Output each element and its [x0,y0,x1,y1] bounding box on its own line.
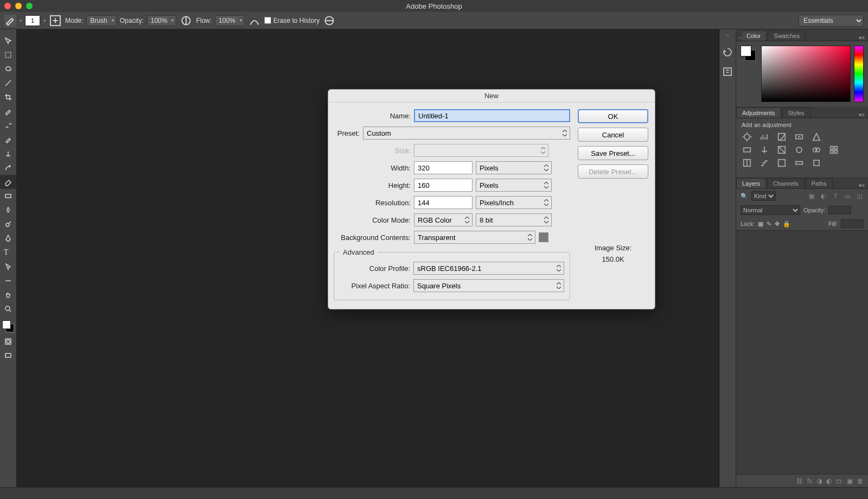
tab-styles[interactable]: Styles [782,108,810,118]
save-preset-button[interactable]: Save Preset... [578,146,648,160]
tab-paths[interactable]: Paths [806,178,833,188]
history-panel-icon[interactable] [722,47,733,58]
background-contents-select[interactable]: Transparent [414,231,535,244]
cancel-button[interactable]: Cancel [578,128,648,142]
ok-button[interactable]: OK [578,109,648,123]
vibrance-icon[interactable] [811,132,822,141]
color-balance-icon[interactable] [759,146,770,154]
type-tool[interactable]: T [0,245,16,260]
invert-icon[interactable] [742,159,752,167]
eraser-tool[interactable] [0,175,16,189]
collapse-strip-icon[interactable]: ‹‹ [726,33,729,38]
erase-to-history-checkbox[interactable]: Erase to History [264,17,320,24]
color-panel-menu-icon[interactable]: ▾≡ [859,35,868,41]
lock-position-icon[interactable]: ✥ [775,220,780,228]
dodge-tool[interactable] [0,217,16,231]
opacity-select[interactable]: 100% [147,15,177,26]
brush-preset-picker-icon[interactable] [49,14,62,27]
lock-transparency-icon[interactable]: ▦ [758,220,763,228]
bw-icon[interactable] [776,146,787,154]
layers-fill-input[interactable] [841,219,864,228]
marquee-tool[interactable] [0,48,16,62]
resolution-unit-select[interactable]: Pixels/Inch [476,196,552,209]
properties-panel-icon[interactable] [722,66,733,77]
layers-list[interactable] [736,230,868,474]
background-color-preview[interactable] [539,232,548,242]
mode-select[interactable]: Brush [86,15,116,26]
layers-filter-kind-select[interactable]: Kind [751,191,776,201]
zoom-tool[interactable] [0,302,16,316]
gradient-tool[interactable] [0,189,16,203]
foreground-color-swatch[interactable] [2,320,11,329]
filter-shape-icon[interactable]: ▭ [843,192,852,200]
hue-sat-icon[interactable] [742,146,752,154]
new-layer-icon[interactable]: ▣ [847,477,853,485]
layer-fx-icon[interactable]: fx [807,477,812,485]
hand-tool[interactable] [0,288,16,302]
tab-swatches[interactable]: Swatches [768,30,806,41]
healing-brush-tool[interactable] [0,118,16,132]
magic-wand-tool[interactable] [0,76,16,90]
lasso-tool[interactable] [0,62,16,76]
move-tool[interactable] [0,34,16,48]
tab-layers[interactable]: Layers [736,178,766,188]
clone-stamp-tool[interactable] [0,147,16,161]
brush-size-stepper-icon[interactable]: ▾ [43,18,46,23]
workspace-select[interactable]: Essentials [799,15,864,27]
lock-pixels-icon[interactable]: ✎ [767,220,771,228]
bit-depth-select[interactable]: 8 bit [476,213,552,226]
pen-tool[interactable] [0,231,16,245]
pixel-aspect-ratio-select[interactable]: Square Pixels [413,279,564,292]
delete-layer-icon[interactable]: 🗑 [857,477,864,485]
airbrush-icon[interactable] [248,14,261,27]
filter-pixel-icon[interactable]: ▦ [807,192,816,200]
color-saturation-field[interactable] [761,46,851,102]
panel-fg-swatch[interactable] [741,46,751,56]
preset-select[interactable]: Custom [363,127,570,140]
workspace-switcher[interactable]: Essentials [799,15,864,27]
layers-panel-menu-icon[interactable]: ▾≡ [859,182,868,188]
channel-mixer-icon[interactable] [811,146,822,154]
tab-channels[interactable]: Channels [767,178,804,188]
color-lookup-icon[interactable] [828,146,839,154]
tool-preset-dropdown-icon[interactable]: ▾ [20,18,22,23]
curves-icon[interactable] [776,132,787,141]
add-mask-icon[interactable]: ◑ [816,477,822,485]
screen-mode-tool[interactable] [0,349,16,363]
resolution-input[interactable] [414,196,473,209]
new-group-icon[interactable]: 🗀 [836,477,843,485]
blend-mode-select[interactable]: Normal [741,205,800,215]
erase-to-history-input[interactable] [264,17,271,24]
filter-type-icon[interactable]: T [831,192,840,200]
height-unit-select[interactable]: Pixels [476,179,552,192]
hue-slider[interactable] [854,46,864,102]
tab-adjustments[interactable]: Adjustments [736,108,781,118]
brush-tool[interactable] [0,132,16,147]
color-swatches[interactable] [0,319,16,334]
width-unit-select[interactable]: Pixels [476,161,552,174]
photo-filter-icon[interactable] [794,146,805,154]
height-input[interactable] [414,179,473,192]
color-mode-select[interactable]: RGB Color [414,213,473,226]
panel-fg-bg-swatches[interactable] [741,46,758,63]
shape-tool[interactable] [0,274,16,288]
posterize-icon[interactable] [759,159,770,167]
filter-adjustment-icon[interactable]: ◐ [819,192,828,200]
crop-tool[interactable] [0,90,16,104]
exposure-icon[interactable] [794,132,805,141]
tab-color[interactable]: Color [741,30,767,41]
link-layers-icon[interactable]: ⛓ [796,477,803,485]
width-input[interactable] [414,161,473,174]
pressure-size-icon[interactable] [323,14,336,27]
filter-smart-icon[interactable]: ◫ [855,192,864,200]
name-input[interactable] [414,109,570,122]
path-selection-tool[interactable] [0,260,16,274]
brush-size-input[interactable] [25,15,40,26]
threshold-icon[interactable] [776,159,787,167]
pressure-opacity-icon[interactable] [180,14,193,27]
history-brush-tool[interactable] [0,161,16,175]
brightness-contrast-icon[interactable] [742,132,752,141]
lock-all-icon[interactable]: 🔒 [783,220,790,228]
new-adjustment-layer-icon[interactable]: ◐ [826,477,832,485]
gradient-map-icon[interactable] [794,159,805,167]
